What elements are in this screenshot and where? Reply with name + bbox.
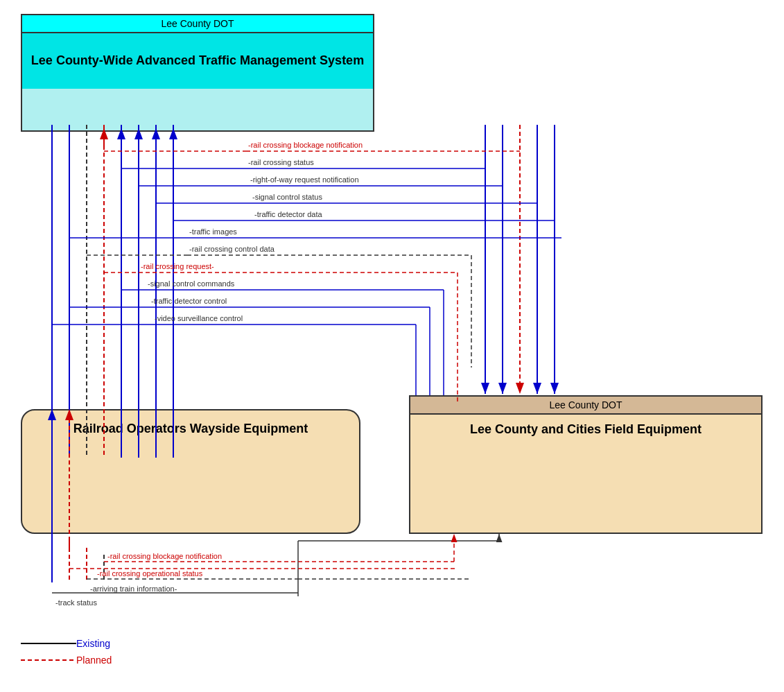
svg-text:-arriving train information-: -arriving train information-	[90, 585, 177, 593]
svg-text:-rail crossing request-: -rail crossing request-	[141, 262, 214, 270]
atms-title: Lee County-Wide Advanced Traffic Managem…	[22, 33, 373, 89]
existing-line-svg	[21, 639, 76, 648]
planned-line-svg	[21, 656, 76, 664]
svg-text:-signal control commands: -signal control commands	[148, 279, 235, 288]
legend-planned: Planned	[21, 655, 112, 666]
svg-text:-video surveillance control: -video surveillance control	[155, 314, 243, 322]
svg-text:-rail crossing operational sta: -rail crossing operational status	[97, 569, 203, 578]
legend-existing: Existing	[21, 638, 112, 649]
box-railroad: Railroad Operators Wayside Equipment	[21, 409, 360, 534]
box-atms: Lee County DOT Lee County-Wide Advanced …	[21, 14, 374, 132]
legend-planned-label: Planned	[76, 655, 112, 666]
field-agency-label: Lee County DOT	[410, 397, 761, 415]
diagram-container: Lee County DOT Lee County-Wide Advanced …	[0, 0, 784, 692]
atms-body	[22, 89, 373, 130]
legend: Existing Planned	[21, 638, 112, 671]
svg-text:-signal control status: -signal control status	[252, 193, 322, 201]
atms-agency-label: Lee County DOT	[22, 15, 373, 33]
svg-text:-rail crossing control data: -rail crossing control data	[189, 245, 275, 253]
svg-text:-right-of-way request notifica: -right-of-way request notification	[250, 175, 359, 184]
railroad-title: Railroad Operators Wayside Equipment	[22, 410, 359, 444]
svg-text:-rail crossing blockage notifi: -rail crossing blockage notification	[107, 552, 222, 560]
svg-text:-track status: -track status	[55, 598, 97, 607]
field-title: Lee County and Cities Field Equipment	[410, 415, 761, 444]
field-body	[410, 444, 761, 528]
box-field: Lee County DOT Lee County and Cities Fie…	[409, 395, 763, 534]
svg-text:-traffic detector data: -traffic detector data	[254, 210, 323, 218]
legend-existing-label: Existing	[76, 638, 110, 649]
svg-text:-rail crossing blockage notifi: -rail crossing blockage notification	[248, 141, 363, 149]
svg-text:-traffic images: -traffic images	[189, 227, 237, 236]
svg-text:-rail crossing status: -rail crossing status	[248, 158, 314, 166]
svg-text:-traffic detector control: -traffic detector control	[151, 297, 227, 305]
